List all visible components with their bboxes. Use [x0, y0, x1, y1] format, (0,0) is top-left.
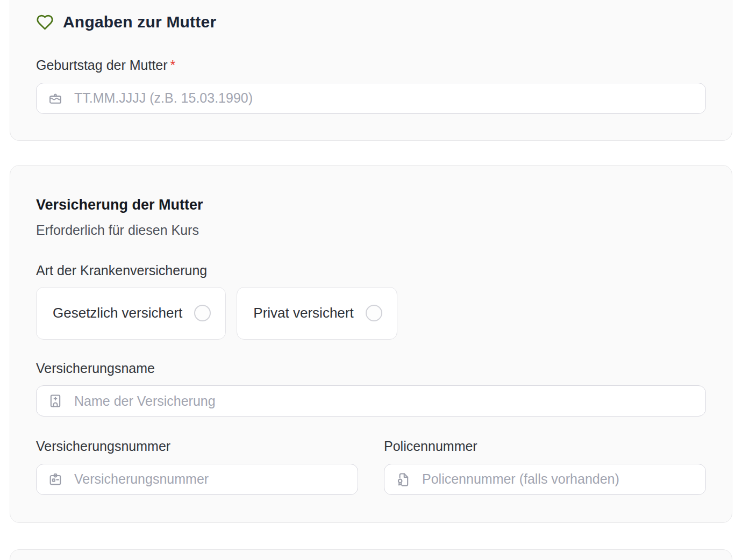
option-label: Privat versichert: [253, 305, 353, 321]
insurance-card-title: Versicherung der Mutter: [36, 197, 706, 213]
numbers-row: Versicherungsnummer Policennummer: [36, 439, 706, 495]
policy-document-icon: [396, 472, 411, 487]
insurance-number-label: Versicherungsnummer: [36, 439, 358, 454]
birthday-cake-icon: [48, 91, 63, 106]
insurance-number-input-wrapper: [36, 464, 358, 495]
radio-circle[interactable]: [366, 305, 382, 321]
id-badge-icon: [48, 472, 63, 487]
option-privat-versichert[interactable]: Privat versichert: [237, 287, 397, 340]
mother-section-heading: Angaben zur Mutter: [36, 13, 706, 31]
insurance-type-label: Art der Krankenversicherung: [36, 263, 706, 278]
insurance-type-options: Gesetzlich versichert Privat versichert: [36, 287, 706, 340]
insurance-name-input-wrapper: [36, 385, 706, 417]
hospital-building-icon: [48, 393, 63, 408]
policy-number-input-wrapper: [384, 464, 706, 495]
insurance-card-subtitle: Erforderlich für diesen Kurs: [36, 222, 706, 238]
insurance-number-input[interactable]: [74, 471, 346, 487]
insurance-number-field: Versicherungsnummer: [36, 439, 358, 495]
insurance-name-label: Versicherungsname: [36, 361, 706, 376]
policy-number-label: Policennummer: [384, 439, 706, 454]
option-gesetzlich-versichert[interactable]: Gesetzlich versichert: [36, 287, 226, 340]
birthday-input-wrapper: [36, 83, 706, 114]
policy-number-input[interactable]: [422, 471, 694, 487]
next-section-card: [10, 549, 732, 560]
birthday-label: Geburtstag der Mutter*: [36, 58, 706, 73]
option-label: Gesetzlich versichert: [53, 305, 182, 321]
birthday-input[interactable]: [74, 90, 694, 106]
heart-icon: [36, 13, 54, 31]
required-asterisk: *: [170, 58, 176, 73]
mother-details-card: Angaben zur Mutter Geburtstag der Mutter…: [10, 0, 732, 141]
radio-circle[interactable]: [194, 305, 211, 321]
insurance-name-input[interactable]: [74, 393, 694, 409]
page-title: Angaben zur Mutter: [63, 13, 216, 31]
insurance-card: Versicherung der Mutter Erforderlich für…: [10, 165, 732, 523]
policy-number-field: Policennummer: [384, 439, 706, 495]
